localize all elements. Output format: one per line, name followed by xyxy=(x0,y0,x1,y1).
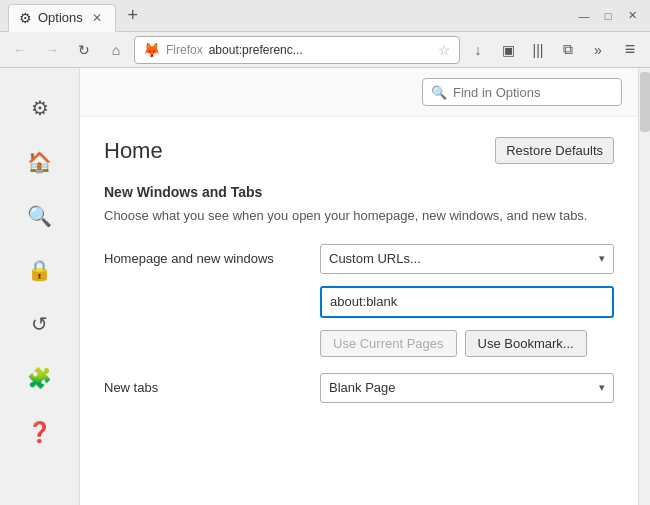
bookmark-star-icon[interactable]: ☆ xyxy=(438,42,451,58)
tab-settings-icon: ⚙ xyxy=(19,10,32,26)
homepage-label: Homepage and new windows xyxy=(104,251,304,266)
window-controls: — □ ✕ xyxy=(574,6,642,26)
sidebar-item-home[interactable]: 🏠 xyxy=(20,142,60,182)
sidebar-item-search[interactable]: 🔍 xyxy=(20,196,60,236)
sidebar-item-help[interactable]: ❓ xyxy=(20,412,60,452)
content-area: 🔍 Home Restore Defaults New Windows and … xyxy=(80,68,638,505)
sidebar-item-sync[interactable]: ↺ xyxy=(20,304,60,344)
sidebar: ⚙ 🏠 🔍 🔒 ↺ 🧩 ❓ xyxy=(0,68,80,505)
find-search-icon: 🔍 xyxy=(431,85,447,100)
find-input-wrapper[interactable]: 🔍 xyxy=(422,78,622,106)
library-icon[interactable]: ||| xyxy=(524,36,552,64)
titlebar: ⚙ Options ✕ + — □ ✕ xyxy=(0,0,650,32)
back-button[interactable]: ← xyxy=(6,36,34,64)
minimize-button[interactable]: — xyxy=(574,6,594,26)
section-header: Home Restore Defaults xyxy=(104,137,614,164)
new-tabs-label: New tabs xyxy=(104,380,304,395)
tab-bar: ⚙ Options ✕ + xyxy=(8,2,574,30)
maximize-button[interactable]: □ xyxy=(598,6,618,26)
homepage-dropdown-value: Custom URLs... xyxy=(329,251,421,266)
homepage-dropdown[interactable]: Custom URLs... ▾ xyxy=(320,244,614,274)
subsection-title: New Windows and Tabs xyxy=(104,184,614,200)
use-bookmark-button[interactable]: Use Bookmark... xyxy=(465,330,587,357)
close-window-button[interactable]: ✕ xyxy=(622,6,642,26)
homepage-row: Homepage and new windows Custom URLs... … xyxy=(104,244,614,274)
homepage-dropdown-wrapper: Custom URLs... ▾ xyxy=(320,244,614,274)
active-tab[interactable]: ⚙ Options ✕ xyxy=(8,4,116,32)
hamburger-menu-button[interactable]: ≡ xyxy=(616,36,644,64)
restore-defaults-button[interactable]: Restore Defaults xyxy=(495,137,614,164)
homepage-buttons-row: Use Current Pages Use Bookmark... xyxy=(320,330,614,357)
new-tabs-dropdown-value: Blank Page xyxy=(329,380,396,395)
main-container: ⚙ 🏠 🔍 🔒 ↺ 🧩 ❓ 🔍 Home Restore Defaults Ne… xyxy=(0,68,650,505)
more-tools-icon[interactable]: » xyxy=(584,36,612,64)
address-source: Firefox xyxy=(166,43,203,57)
firefox-icon: 🦊 xyxy=(143,42,160,58)
sidebar-item-general[interactable]: ⚙ xyxy=(20,88,60,128)
homepage-url-row xyxy=(104,286,614,318)
bookmarks-icon[interactable]: ▣ xyxy=(494,36,522,64)
new-tabs-dropdown-wrapper: Blank Page ▾ xyxy=(320,373,614,403)
new-tabs-dropdown[interactable]: Blank Page ▾ xyxy=(320,373,614,403)
page-title: Home xyxy=(104,138,163,164)
new-tabs-dropdown-chevron-icon: ▾ xyxy=(599,381,605,394)
find-in-options-input[interactable] xyxy=(453,85,613,100)
tab-label: Options xyxy=(38,10,83,25)
home-button[interactable]: ⌂ xyxy=(102,36,130,64)
homepage-dropdown-chevron-icon: ▾ xyxy=(599,252,605,265)
tab-close-button[interactable]: ✕ xyxy=(89,10,105,26)
homepage-url-wrapper xyxy=(320,286,614,318)
scrollbar[interactable] xyxy=(638,68,650,505)
find-bar: 🔍 xyxy=(80,68,638,117)
new-tab-button[interactable]: + xyxy=(120,3,146,29)
use-current-pages-button[interactable]: Use Current Pages xyxy=(320,330,457,357)
new-tabs-row: New tabs Blank Page ▾ xyxy=(104,373,614,403)
downloads-icon[interactable]: ↓ xyxy=(464,36,492,64)
navbar: ← → ↻ ⌂ 🦊 Firefox about:preferenc... ☆ ↓… xyxy=(0,32,650,68)
sidebar-item-extensions[interactable]: 🧩 xyxy=(20,358,60,398)
forward-button[interactable]: → xyxy=(38,36,66,64)
address-bar[interactable]: 🦊 Firefox about:preferenc... ☆ xyxy=(134,36,460,64)
sync-icon[interactable]: ⧉ xyxy=(554,36,582,64)
address-url: about:preferenc... xyxy=(209,43,303,57)
toolbar-icons: ↓ ▣ ||| ⧉ » xyxy=(464,36,612,64)
new-windows-tabs-section: New Windows and Tabs Choose what you see… xyxy=(104,184,614,226)
options-content: Home Restore Defaults New Windows and Ta… xyxy=(80,117,638,435)
scrollbar-thumb[interactable] xyxy=(640,72,650,132)
homepage-url-input[interactable] xyxy=(320,286,614,318)
reload-button[interactable]: ↻ xyxy=(70,36,98,64)
sidebar-item-privacy[interactable]: 🔒 xyxy=(20,250,60,290)
subsection-description: Choose what you see when you open your h… xyxy=(104,206,614,226)
